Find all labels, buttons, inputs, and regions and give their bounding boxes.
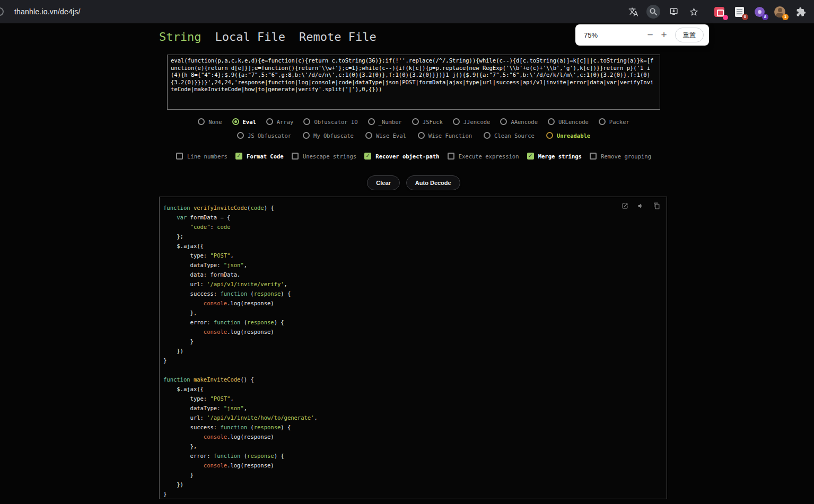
checkbox-icon [590, 153, 597, 160]
decoder-option-packer[interactable]: Packer [599, 118, 629, 125]
option-label: Merge strings [538, 153, 582, 160]
code-line [163, 365, 662, 375]
zoom-bubble: 75% − + 重置 [575, 24, 709, 46]
code-line: data: formData, [163, 270, 662, 279]
option-merge-strings[interactable]: Merge strings [527, 153, 582, 160]
decoder-option-jjencode[interactable]: JJencode [453, 118, 491, 125]
decoder-option-jsfuck[interactable]: JSFuck [412, 118, 443, 125]
clear-button[interactable]: Clear [367, 175, 400, 190]
extension-badge [723, 15, 728, 20]
zoom-in-button[interactable]: + [657, 29, 671, 41]
option-remove-grouping[interactable]: Remove grouping [590, 153, 651, 160]
code-line: type: "POST", [163, 251, 662, 260]
radio-icon [198, 118, 205, 125]
radio-icon [232, 118, 239, 125]
tab-local-file[interactable]: Local File [215, 30, 285, 44]
code-line: dataType: "json", [163, 403, 662, 413]
option-label: Execute expression [459, 153, 519, 160]
code-line: console.log(response) [163, 298, 662, 308]
radio-icon [548, 118, 555, 125]
option-unescape-strings[interactable]: Unescape strings [292, 153, 356, 160]
decoder-option-clean-source[interactable]: Clean Source [484, 132, 535, 139]
source-input[interactable]: eval(function(p,a,c,k,e,d){e=function(c)… [167, 55, 660, 110]
decoder-row-2: JS ObfuscatorMy ObfuscateWise EvalWise F… [159, 132, 668, 139]
decoder-option-unreadable[interactable]: Unreadable [546, 132, 590, 139]
decoder-option-aaencode[interactable]: AAencode [500, 118, 538, 125]
zoom-level: 75% [584, 31, 598, 39]
output-toolbar [622, 202, 660, 209]
option-recover-object-path[interactable]: Recover object-path [364, 153, 439, 160]
extension-icon-red[interactable] [713, 6, 725, 18]
decoder-option-none[interactable]: None [198, 118, 222, 125]
speaker-icon[interactable] [637, 202, 644, 209]
toolbar-icon-group [626, 5, 701, 19]
code-line: }, [163, 441, 662, 451]
decoder-label: Wise Function [428, 132, 472, 139]
decoder-option-array[interactable]: Array [266, 118, 294, 125]
decoder-label: Obfuscator IO [314, 119, 357, 125]
code-line: } [163, 337, 662, 346]
de4js-page: String Local File Remote File eval(funct… [159, 23, 668, 499]
code-line: url: '/api/v1/invite/how/to/generate', [163, 413, 662, 422]
decoder-label: My Obfuscate [313, 132, 354, 139]
checkbox-icon [527, 153, 534, 160]
extensions-puzzle-icon[interactable] [794, 5, 808, 19]
decoder-row-1: NoneEvalArrayObfuscator IO_NumberJSFuckJ… [159, 118, 668, 125]
install-app-icon[interactable] [667, 5, 680, 19]
radio-icon [237, 132, 244, 139]
radio-icon [500, 118, 507, 125]
checkbox-icon [292, 153, 299, 160]
code-line: url: '/api/v1/invite/verify', [163, 279, 662, 289]
decoder-label: JJencode [463, 119, 491, 125]
code-line: error: function (response) { [163, 317, 662, 327]
extension-icon-notes[interactable]: 0 [733, 6, 746, 18]
option-label: Line numbers [187, 153, 227, 160]
decoder-option-wise-eval[interactable]: Wise Eval [365, 132, 406, 139]
code-line: success: function (response) { [163, 422, 662, 432]
code-line: } [163, 470, 662, 480]
code-line: "code": code [163, 222, 662, 232]
radio-icon [453, 118, 460, 125]
option-format-code[interactable]: Format Code [235, 153, 284, 160]
option-execute-expression[interactable]: Execute expression [448, 153, 519, 160]
decoder-option-urlencode[interactable]: URLencode [548, 118, 589, 125]
browser-toolbar: thanhle.io.vn/de4js/ 0 8 1 [0, 0, 814, 23]
radio-icon [303, 118, 310, 125]
decoder-option-js-obfuscator[interactable]: JS Obfuscator [237, 132, 291, 139]
extension-icon-purple[interactable]: 8 [754, 6, 766, 18]
zoom-reset-button[interactable]: 重置 [675, 28, 704, 42]
decoder-label: None [208, 119, 222, 125]
decoder-label: JSFuck [423, 119, 443, 125]
decoder-option-obfuscator-io[interactable]: Obfuscator IO [303, 118, 357, 125]
tab-string[interactable]: String [159, 30, 201, 44]
zoom-out-button[interactable]: − [643, 29, 657, 41]
radio-icon [599, 118, 606, 125]
action-buttons: Clear Auto Decode [159, 175, 668, 190]
option-label: Unescape strings [303, 153, 356, 160]
radio-icon [546, 132, 553, 139]
zoom-icon[interactable] [646, 5, 660, 19]
profile-avatar[interactable]: 1 [774, 6, 786, 18]
partial-toolbar-icon[interactable] [0, 7, 4, 16]
option-label: Format Code [247, 153, 284, 160]
bookmark-star-icon[interactable] [687, 5, 701, 19]
decoder-option-wise-function[interactable]: Wise Function [418, 132, 472, 139]
decoder-option-my-obfuscate[interactable]: My Obfuscate [303, 132, 354, 139]
decoder-label: Eval [243, 119, 256, 125]
code-line: function makeInviteCode() { [163, 375, 662, 384]
decoder-option-eval[interactable]: Eval [232, 118, 256, 125]
decoder-label: URLencode [558, 119, 589, 125]
options-row: Line numbersFormat CodeUnescape stringsR… [159, 153, 668, 160]
option-line-numbers[interactable]: Line numbers [176, 153, 227, 160]
copy-icon[interactable] [653, 202, 660, 209]
external-link-icon[interactable] [622, 202, 628, 209]
decoder-label: Wise Eval [376, 132, 406, 139]
auto-decode-button[interactable]: Auto Decode [406, 175, 460, 190]
translate-icon[interactable] [626, 5, 640, 19]
checkbox-icon [176, 153, 183, 160]
tab-remote-file[interactable]: Remote File [299, 30, 377, 44]
profile-badge-count: 1 [782, 14, 789, 20]
radio-icon [266, 118, 273, 125]
address-bar-url[interactable]: thanhle.io.vn/de4js/ [14, 7, 81, 16]
decoder-option-number[interactable]: _Number [368, 118, 402, 125]
